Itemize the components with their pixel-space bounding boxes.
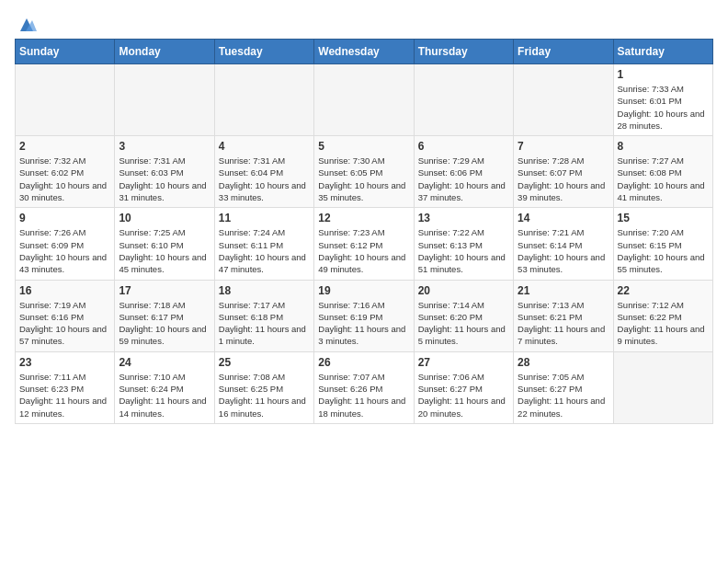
calendar-cell: 17Sunrise: 7:18 AM Sunset: 6:17 PM Dayli… bbox=[115, 280, 214, 351]
day-number: 23 bbox=[19, 356, 110, 369]
day-number: 10 bbox=[119, 212, 210, 224]
calendar-cell: 12Sunrise: 7:23 AM Sunset: 6:12 PM Dayli… bbox=[314, 208, 414, 280]
day-info: Sunrise: 7:32 AM Sunset: 6:02 PM Dayligh… bbox=[19, 155, 110, 203]
calendar-week-row: 2Sunrise: 7:32 AM Sunset: 6:02 PM Daylig… bbox=[16, 136, 713, 208]
day-info: Sunrise: 7:08 AM Sunset: 6:25 PM Dayligh… bbox=[219, 371, 310, 419]
day-number: 1 bbox=[618, 68, 709, 81]
day-info: Sunrise: 7:31 AM Sunset: 6:04 PM Dayligh… bbox=[219, 155, 310, 203]
weekday-header: Tuesday bbox=[214, 40, 313, 64]
day-number: 28 bbox=[518, 356, 609, 369]
calendar-cell: 19Sunrise: 7:16 AM Sunset: 6:19 PM Dayli… bbox=[314, 280, 414, 351]
calendar-cell: 1Sunrise: 7:33 AM Sunset: 6:01 PM Daylig… bbox=[613, 64, 712, 136]
calendar-cell: 22Sunrise: 7:12 AM Sunset: 6:22 PM Dayli… bbox=[613, 280, 712, 351]
day-number: 7 bbox=[518, 140, 609, 153]
day-info: Sunrise: 7:06 AM Sunset: 6:27 PM Dayligh… bbox=[418, 371, 509, 419]
day-info: Sunrise: 7:28 AM Sunset: 6:07 PM Dayligh… bbox=[518, 155, 609, 203]
calendar-cell: 24Sunrise: 7:10 AM Sunset: 6:24 PM Dayli… bbox=[115, 351, 214, 423]
day-number: 16 bbox=[19, 284, 110, 297]
day-info: Sunrise: 7:07 AM Sunset: 6:26 PM Dayligh… bbox=[318, 371, 409, 419]
calendar-cell: 23Sunrise: 7:11 AM Sunset: 6:23 PM Dayli… bbox=[16, 351, 115, 423]
day-info: Sunrise: 7:24 AM Sunset: 6:11 PM Dayligh… bbox=[219, 226, 310, 275]
day-number: 13 bbox=[418, 212, 509, 224]
day-number: 11 bbox=[219, 212, 310, 224]
day-number: 2 bbox=[19, 140, 110, 153]
calendar-cell: 2Sunrise: 7:32 AM Sunset: 6:02 PM Daylig… bbox=[16, 136, 115, 208]
calendar-cell: 9Sunrise: 7:26 AM Sunset: 6:09 PM Daylig… bbox=[16, 208, 115, 280]
weekday-header: Saturday bbox=[613, 40, 712, 64]
day-info: Sunrise: 7:25 AM Sunset: 6:10 PM Dayligh… bbox=[119, 226, 210, 275]
logo-icon bbox=[17, 15, 37, 35]
calendar-cell: 26Sunrise: 7:07 AM Sunset: 6:26 PM Dayli… bbox=[314, 351, 414, 423]
day-number: 5 bbox=[318, 140, 409, 153]
day-number: 22 bbox=[618, 284, 709, 297]
weekday-header-row: SundayMondayTuesdayWednesdayThursdayFrid… bbox=[16, 40, 713, 64]
calendar-cell: 11Sunrise: 7:24 AM Sunset: 6:11 PM Dayli… bbox=[214, 208, 313, 280]
day-info: Sunrise: 7:30 AM Sunset: 6:05 PM Dayligh… bbox=[318, 155, 409, 203]
day-info: Sunrise: 7:29 AM Sunset: 6:06 PM Dayligh… bbox=[418, 155, 509, 203]
calendar-cell bbox=[115, 64, 214, 136]
calendar-cell: 20Sunrise: 7:14 AM Sunset: 6:20 PM Dayli… bbox=[414, 280, 513, 351]
calendar-cell: 21Sunrise: 7:13 AM Sunset: 6:21 PM Dayli… bbox=[514, 280, 613, 351]
calendar-cell: 8Sunrise: 7:27 AM Sunset: 6:08 PM Daylig… bbox=[613, 136, 712, 208]
calendar-cell bbox=[314, 64, 414, 136]
day-number: 14 bbox=[518, 212, 609, 224]
calendar-cell: 25Sunrise: 7:08 AM Sunset: 6:25 PM Dayli… bbox=[214, 351, 313, 423]
day-info: Sunrise: 7:16 AM Sunset: 6:19 PM Dayligh… bbox=[318, 299, 409, 348]
calendar-cell: 16Sunrise: 7:19 AM Sunset: 6:16 PM Dayli… bbox=[16, 280, 115, 351]
calendar-cell: 5Sunrise: 7:30 AM Sunset: 6:05 PM Daylig… bbox=[314, 136, 414, 208]
calendar-week-row: 23Sunrise: 7:11 AM Sunset: 6:23 PM Dayli… bbox=[16, 351, 713, 423]
day-number: 6 bbox=[418, 140, 509, 153]
calendar-cell: 6Sunrise: 7:29 AM Sunset: 6:06 PM Daylig… bbox=[414, 136, 513, 208]
weekday-header: Sunday bbox=[16, 40, 115, 64]
day-info: Sunrise: 7:26 AM Sunset: 6:09 PM Dayligh… bbox=[19, 226, 110, 275]
day-number: 25 bbox=[219, 356, 310, 369]
calendar-cell bbox=[514, 64, 613, 136]
calendar-cell: 15Sunrise: 7:20 AM Sunset: 6:15 PM Dayli… bbox=[613, 208, 712, 280]
day-number: 18 bbox=[219, 284, 310, 297]
calendar-cell: 10Sunrise: 7:25 AM Sunset: 6:10 PM Dayli… bbox=[115, 208, 214, 280]
day-number: 26 bbox=[318, 356, 409, 369]
page-header bbox=[15, 15, 713, 35]
calendar-cell: 3Sunrise: 7:31 AM Sunset: 6:03 PM Daylig… bbox=[115, 136, 214, 208]
calendar-week-row: 1Sunrise: 7:33 AM Sunset: 6:01 PM Daylig… bbox=[16, 64, 713, 136]
calendar-cell: 28Sunrise: 7:05 AM Sunset: 6:27 PM Dayli… bbox=[514, 351, 613, 423]
day-number: 27 bbox=[418, 356, 509, 369]
day-number: 3 bbox=[119, 140, 210, 153]
day-info: Sunrise: 7:19 AM Sunset: 6:16 PM Dayligh… bbox=[19, 299, 110, 348]
weekday-header: Thursday bbox=[414, 40, 513, 64]
calendar-cell: 4Sunrise: 7:31 AM Sunset: 6:04 PM Daylig… bbox=[214, 136, 313, 208]
day-info: Sunrise: 7:23 AM Sunset: 6:12 PM Dayligh… bbox=[318, 226, 409, 275]
day-info: Sunrise: 7:11 AM Sunset: 6:23 PM Dayligh… bbox=[19, 371, 110, 419]
calendar-cell bbox=[214, 64, 313, 136]
day-info: Sunrise: 7:05 AM Sunset: 6:27 PM Dayligh… bbox=[518, 371, 609, 419]
day-number: 21 bbox=[518, 284, 609, 297]
weekday-header: Wednesday bbox=[314, 40, 414, 64]
day-number: 24 bbox=[119, 356, 210, 369]
day-info: Sunrise: 7:22 AM Sunset: 6:13 PM Dayligh… bbox=[418, 226, 509, 275]
weekday-header: Monday bbox=[115, 40, 214, 64]
calendar-cell: 18Sunrise: 7:17 AM Sunset: 6:18 PM Dayli… bbox=[214, 280, 313, 351]
calendar-cell: 7Sunrise: 7:28 AM Sunset: 6:07 PM Daylig… bbox=[514, 136, 613, 208]
day-info: Sunrise: 7:18 AM Sunset: 6:17 PM Dayligh… bbox=[119, 299, 210, 348]
day-info: Sunrise: 7:27 AM Sunset: 6:08 PM Dayligh… bbox=[618, 155, 709, 203]
calendar-cell bbox=[16, 64, 115, 136]
logo bbox=[15, 15, 37, 35]
day-number: 19 bbox=[318, 284, 409, 297]
day-info: Sunrise: 7:31 AM Sunset: 6:03 PM Dayligh… bbox=[119, 155, 210, 203]
day-number: 9 bbox=[19, 212, 110, 224]
calendar-week-row: 16Sunrise: 7:19 AM Sunset: 6:16 PM Dayli… bbox=[16, 280, 713, 351]
calendar-cell: 14Sunrise: 7:21 AM Sunset: 6:14 PM Dayli… bbox=[514, 208, 613, 280]
day-number: 20 bbox=[418, 284, 509, 297]
day-number: 4 bbox=[219, 140, 310, 153]
day-info: Sunrise: 7:14 AM Sunset: 6:20 PM Dayligh… bbox=[418, 299, 509, 348]
day-info: Sunrise: 7:12 AM Sunset: 6:22 PM Dayligh… bbox=[618, 299, 709, 348]
day-info: Sunrise: 7:21 AM Sunset: 6:14 PM Dayligh… bbox=[518, 226, 609, 275]
day-number: 17 bbox=[119, 284, 210, 297]
day-info: Sunrise: 7:20 AM Sunset: 6:15 PM Dayligh… bbox=[618, 226, 709, 275]
day-number: 12 bbox=[318, 212, 409, 224]
day-number: 15 bbox=[618, 212, 709, 224]
calendar-cell bbox=[414, 64, 513, 136]
calendar-cell: 27Sunrise: 7:06 AM Sunset: 6:27 PM Dayli… bbox=[414, 351, 513, 423]
day-info: Sunrise: 7:10 AM Sunset: 6:24 PM Dayligh… bbox=[119, 371, 210, 419]
day-number: 8 bbox=[618, 140, 709, 153]
